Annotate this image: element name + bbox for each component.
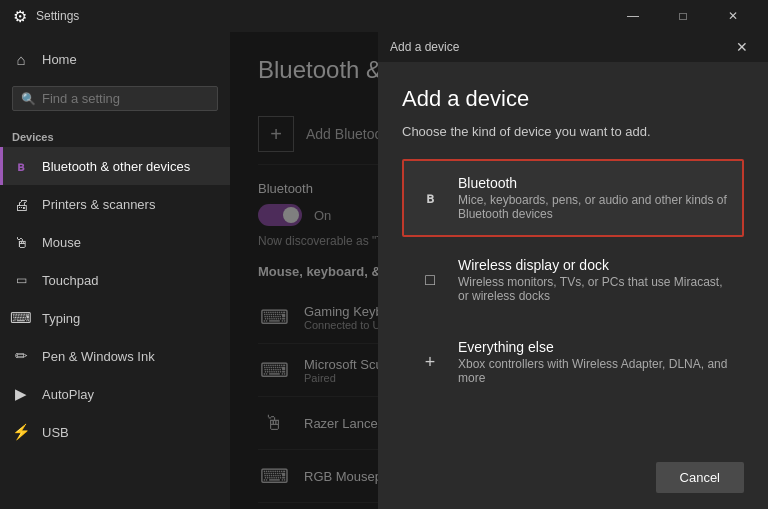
bluetooth-option-info: Bluetooth Mice, keyboards, pens, or audi… bbox=[458, 175, 730, 221]
modal-footer: Cancel bbox=[378, 446, 768, 509]
modal-close-button[interactable]: ✕ bbox=[728, 33, 756, 61]
cancel-button[interactable]: Cancel bbox=[656, 462, 744, 493]
bluetooth-option-icon: ʙ bbox=[416, 184, 444, 212]
sidebar-item-bluetooth[interactable]: ʙ Bluetooth & other devices bbox=[0, 147, 230, 185]
usb-label: USB bbox=[42, 425, 69, 440]
minimize-button[interactable]: — bbox=[610, 0, 656, 32]
main-content: Bluetooth & oth + Add Bluetooth or o Blu… bbox=[230, 32, 768, 509]
touchpad-icon: ▭ bbox=[12, 271, 30, 289]
sidebar-item-home[interactable]: ⌂ Home bbox=[0, 40, 230, 78]
pen-label: Pen & Windows Ink bbox=[42, 349, 155, 364]
close-button[interactable]: ✕ bbox=[710, 0, 756, 32]
search-icon: 🔍 bbox=[21, 92, 36, 106]
autoplay-label: AutoPlay bbox=[42, 387, 94, 402]
sidebar-section-label: Devices bbox=[0, 119, 230, 147]
pen-icon: ✏ bbox=[12, 347, 30, 365]
bluetooth-sidebar-icon: ʙ bbox=[12, 157, 30, 175]
bluetooth-label: Bluetooth & other devices bbox=[42, 159, 190, 174]
wireless-display-icon: □ bbox=[416, 266, 444, 294]
sidebar-item-usb[interactable]: ⚡ USB bbox=[0, 413, 230, 451]
usb-icon: ⚡ bbox=[12, 423, 30, 441]
home-icon: ⌂ bbox=[12, 50, 30, 68]
sidebar-item-pen[interactable]: ✏ Pen & Windows Ink bbox=[0, 337, 230, 375]
sidebar: ⌂ Home 🔍 Devices ʙ Bluetooth & other dev… bbox=[0, 32, 230, 509]
modal-body: Add a device Choose the kind of device y… bbox=[378, 62, 768, 446]
app-title: Settings bbox=[36, 9, 610, 23]
typing-icon: ⌨ bbox=[12, 309, 30, 327]
everything-else-option[interactable]: + Everything else Xbox controllers with … bbox=[402, 323, 744, 401]
modal-title: Add a device bbox=[402, 86, 744, 112]
sidebar-item-autoplay[interactable]: ▶ AutoPlay bbox=[0, 375, 230, 413]
option-desc: Mice, keyboards, pens, or audio and othe… bbox=[458, 193, 730, 221]
typing-label: Typing bbox=[42, 311, 80, 326]
autoplay-icon: ▶ bbox=[12, 385, 30, 403]
option-desc: Wireless monitors, TVs, or PCs that use … bbox=[458, 275, 730, 303]
everything-else-icon: + bbox=[416, 348, 444, 376]
bluetooth-option[interactable]: ʙ Bluetooth Mice, keyboards, pens, or au… bbox=[402, 159, 744, 237]
mouse-icon: 🖱 bbox=[12, 233, 30, 251]
search-box[interactable]: 🔍 bbox=[12, 86, 218, 111]
maximize-button[interactable]: □ bbox=[660, 0, 706, 32]
option-desc: Xbox controllers with Wireless Adapter, … bbox=[458, 357, 730, 385]
home-label: Home bbox=[42, 52, 77, 67]
modal-overlay: Add a device ✕ Add a device Choose the k… bbox=[230, 32, 768, 509]
modal-subtitle: Choose the kind of device you want to ad… bbox=[402, 124, 744, 139]
app-body: ⌂ Home 🔍 Devices ʙ Bluetooth & other dev… bbox=[0, 32, 768, 509]
option-title: Bluetooth bbox=[458, 175, 730, 191]
modal-titlebar: Add a device ✕ bbox=[378, 32, 768, 62]
app-icon: ⚙ bbox=[12, 8, 28, 24]
wireless-display-info: Wireless display or dock Wireless monito… bbox=[458, 257, 730, 303]
modal-titlebar-text: Add a device bbox=[390, 40, 459, 54]
option-title: Wireless display or dock bbox=[458, 257, 730, 273]
window-controls: — □ ✕ bbox=[610, 0, 756, 32]
wireless-display-option[interactable]: □ Wireless display or dock Wireless moni… bbox=[402, 241, 744, 319]
search-input[interactable] bbox=[42, 91, 209, 106]
printers-label: Printers & scanners bbox=[42, 197, 155, 212]
title-bar: ⚙ Settings — □ ✕ bbox=[0, 0, 768, 32]
sidebar-item-printers[interactable]: 🖨 Printers & scanners bbox=[0, 185, 230, 223]
sidebar-item-touchpad[interactable]: ▭ Touchpad bbox=[0, 261, 230, 299]
sidebar-item-typing[interactable]: ⌨ Typing bbox=[0, 299, 230, 337]
everything-else-info: Everything else Xbox controllers with Wi… bbox=[458, 339, 730, 385]
mouse-label: Mouse bbox=[42, 235, 81, 250]
option-title: Everything else bbox=[458, 339, 730, 355]
sidebar-item-mouse[interactable]: 🖱 Mouse bbox=[0, 223, 230, 261]
touchpad-label: Touchpad bbox=[42, 273, 98, 288]
add-device-modal: Add a device ✕ Add a device Choose the k… bbox=[378, 32, 768, 509]
printers-icon: 🖨 bbox=[12, 195, 30, 213]
